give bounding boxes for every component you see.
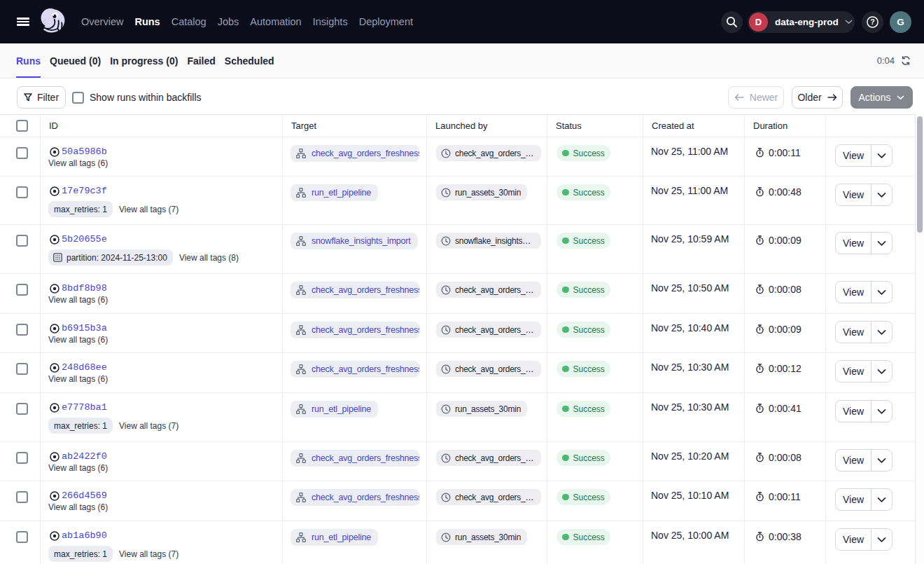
svg-text:?: ? <box>870 18 874 26</box>
